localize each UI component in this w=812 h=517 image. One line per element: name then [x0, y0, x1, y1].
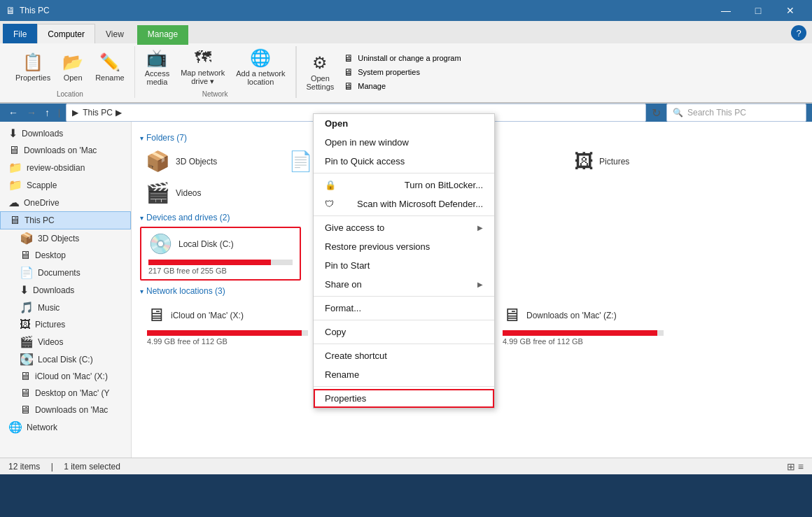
cm-copy[interactable]: Copy — [314, 323, 494, 341]
open-settings-button[interactable]: ⚙ OpenSettings — [302, 52, 339, 92]
this-pc-icon: 🖥 — [9, 214, 20, 227]
sidebar-item-local-disk[interactable]: 💽 Local Disk (C:) — [0, 350, 131, 368]
title-bar: 🖥 This PC — □ ✕ — [0, 0, 812, 21]
icloud-drive-icon: 🖥 — [147, 304, 165, 326]
sidebar-item-3d-objects[interactable]: 📦 3D Objects — [0, 229, 131, 247]
rename-button[interactable]: ✏️ Rename — [91, 51, 129, 83]
access-media-icon: 📺 — [146, 48, 167, 68]
cm-create-shortcut[interactable]: Create shortcut — [314, 346, 494, 365]
cm-pin-quick-access[interactable]: Pin to Quick access — [314, 152, 494, 171]
sidebar-item-this-pc[interactable]: 🖥 This PC — [0, 211, 131, 229]
window-title: This PC — [20, 6, 50, 15]
network-downloads-mac[interactable]: 🖥 Downloads on 'Mac' (Z:) 4.99 GB free o… — [496, 300, 671, 350]
access-media-button[interactable]: 📺 Accessmedia — [141, 47, 174, 87]
open-button[interactable]: 📂 Open — [57, 51, 88, 83]
sidebar-item-downloads[interactable]: ⬇ Downloads — [0, 125, 131, 142]
sidebar-item-downloads-mac[interactable]: 🖥 Downloads on 'Mac — [0, 142, 131, 159]
drive-name: Local Disk (C:) — [178, 239, 234, 249]
ribbon-tab-bar: File Computer View Manage ? — [0, 21, 812, 43]
help-button[interactable]: ? — [791, 25, 806, 41]
network-icloud[interactable]: 🖥 iCloud on 'Mac' (X:) 4.99 GB free of 1… — [140, 300, 315, 350]
add-network-location-button[interactable]: 🌐 Add a networklocation — [232, 47, 289, 87]
status-left: 12 items | 1 item selected — [8, 462, 120, 472]
uninstall-button[interactable]: 🖥 Uninstall or change a program — [341, 52, 463, 64]
downloads-mac-drive-icon: 🖥 — [503, 304, 521, 326]
drive-local-disk[interactable]: 💿 Local Disk (C:) 217 GB free of 255 GB — [140, 227, 301, 281]
sidebar-item-desktop-mac[interactable]: 🖥 Desktop on 'Mac' (Y — [0, 385, 131, 402]
refresh-button[interactable]: ↻ — [649, 105, 664, 121]
cm-bitlocker[interactable]: 🔒 Turn on BitLocker... — [314, 176, 494, 194]
cm-format[interactable]: Format... — [314, 299, 494, 318]
videos-icon: 🎬 — [20, 335, 34, 348]
manage-icon: 🖥 — [344, 80, 354, 92]
settings-icon: ⚙ — [312, 53, 328, 73]
cm-share-on[interactable]: Share on ▶ — [314, 275, 494, 294]
cm-sep-3 — [314, 296, 494, 297]
address-path-text: This PC — [83, 108, 113, 118]
cm-open[interactable]: Open — [314, 114, 494, 133]
window-controls: — □ ✕ — [710, 0, 806, 21]
icloud-size: 4.99 GB free of 112 GB — [147, 337, 308, 346]
close-button[interactable]: ✕ — [774, 0, 806, 21]
tab-manage[interactable]: Manage — [137, 25, 188, 45]
context-menu: Open Open in new window Pin to Quick acc… — [313, 113, 495, 409]
folder-pictures[interactable]: 🖼 Pictures — [568, 147, 708, 176]
folders-chevron: ▾ — [140, 134, 144, 142]
sidebar-item-onedrive[interactable]: ☁ OneDrive — [0, 194, 131, 211]
cm-restore-versions[interactable]: Restore previous versions — [314, 237, 494, 256]
system-properties-button[interactable]: 🖥 System properties — [341, 66, 463, 78]
sidebar-item-videos[interactable]: 🎬 Videos — [0, 333, 131, 350]
sidebar-item-network[interactable]: 🌐 Network — [0, 418, 131, 436]
folder-videos[interactable]: 🎬 Videos — [140, 178, 280, 207]
sidebar-item-downloads-mac-sub[interactable]: 🖥 Downloads on 'Mac — [0, 402, 131, 418]
review-icon: 📁 — [8, 161, 22, 174]
minimize-button[interactable]: — — [710, 0, 742, 21]
cm-open-new-window[interactable]: Open in new window — [314, 133, 494, 152]
sidebar-item-pictures[interactable]: 🖼 Pictures — [0, 316, 131, 333]
defender-icon: 🛡 — [325, 199, 334, 209]
sidebar-item-desktop[interactable]: 🖥 Desktop — [0, 247, 131, 264]
onedrive-icon: ☁ — [8, 196, 20, 209]
ribbon: File Computer View Manage ? 📋 Properties… — [0, 21, 812, 104]
sidebar-item-downloads-sub[interactable]: ⬇ Downloads — [0, 281, 131, 299]
properties-icon: 📋 — [22, 52, 43, 72]
folder-3d-objects[interactable]: 📦 3D Objects — [140, 147, 280, 176]
breadcrumb-separator: | — [58, 108, 60, 118]
search-box[interactable]: 🔍 Search This PC — [666, 104, 806, 122]
downloads-mac-sub-icon: 🖥 — [20, 404, 31, 416]
forward-button[interactable]: → — [24, 106, 39, 120]
ribbon-group-network: 📺 Accessmedia 🗺 Map networkdrive ▾ 🌐 Add… — [135, 46, 296, 98]
icloud-drive-name: iCloud on 'Mac' (X:) — [171, 311, 244, 320]
folder-pictures-icon: 🖼 — [574, 150, 594, 173]
sidebar-item-icloud[interactable]: 🖥 iCloud on 'Mac' (X:) — [0, 368, 131, 385]
properties-button[interactable]: 📋 Properties — [11, 51, 55, 83]
icloud-icon: 🖥 — [20, 370, 31, 383]
system-icon: 🖥 — [344, 66, 354, 78]
tab-file[interactable]: File — [3, 24, 37, 43]
bitlocker-icon: 🔒 — [325, 180, 336, 190]
downloads-sub-icon: ⬇ — [20, 283, 29, 297]
cm-defender[interactable]: 🛡 Scan with Microsoft Defender... — [314, 194, 494, 213]
sidebar-item-scapple[interactable]: 📁 Scapple — [0, 176, 131, 194]
up-button[interactable]: ↑ — [42, 106, 52, 120]
cm-properties[interactable]: Properties — [314, 389, 494, 408]
cm-give-access[interactable]: Give access to ▶ — [314, 218, 494, 237]
tiles-view-button[interactable]: ⊞ — [787, 461, 795, 472]
back-button[interactable]: ← — [6, 106, 21, 120]
address-path-icon: ▶ — [72, 108, 78, 118]
sidebar-item-review[interactable]: 📁 review-obsidian — [0, 159, 131, 176]
tab-view[interactable]: View — [95, 24, 134, 43]
cm-pin-start[interactable]: Pin to Start — [314, 256, 494, 275]
sidebar-item-music[interactable]: 🎵 Music — [0, 299, 131, 316]
map-network-drive-button[interactable]: 🗺 Map networkdrive ▾ — [176, 46, 229, 87]
list-view-button[interactable]: ≡ — [798, 461, 804, 472]
downloads-icon: ⬇ — [8, 127, 18, 140]
open-icon: 📂 — [62, 52, 83, 72]
tab-computer[interactable]: Computer — [37, 24, 95, 43]
sidebar-item-documents[interactable]: 📄 Documents — [0, 264, 131, 281]
downloads-mac-icon: 🖥 — [8, 144, 20, 157]
status-spacer: | — [51, 462, 53, 472]
cm-rename[interactable]: Rename — [314, 365, 494, 384]
maximize-button[interactable]: □ — [742, 0, 774, 21]
manage-button[interactable]: 🖥 Manage — [341, 80, 463, 92]
